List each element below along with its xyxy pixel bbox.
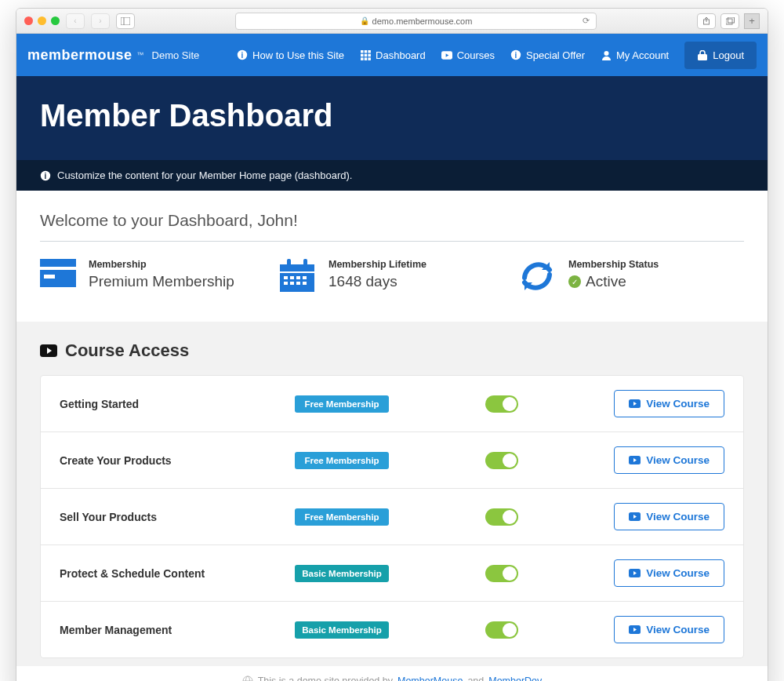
back-button[interactable]: ‹ — [66, 13, 85, 29]
info-icon: i — [237, 49, 248, 60]
address-bar[interactable]: 🔒 demo.membermouse.com ⟳ — [235, 13, 597, 30]
course-section-title: Course Access — [40, 340, 744, 361]
nav-special-offer-label: Special Offer — [526, 49, 585, 61]
info-banner-text: Customize the content for your Member Ho… — [57, 169, 352, 181]
nav-courses-label: Courses — [457, 49, 495, 61]
svg-rect-30 — [284, 276, 288, 279]
svg-rect-9 — [368, 50, 371, 53]
membership-tier-badge: Free Membership — [295, 508, 389, 526]
info-banner: i Customize the content for your Member … — [16, 160, 768, 191]
welcome-heading: Welcome to your Dashboard, John! — [40, 211, 744, 242]
tabs-button[interactable] — [720, 13, 739, 29]
stat-membership-value: Premium Membership — [89, 273, 234, 290]
nav-links: i How to Use this Site Dashboard Courses… — [237, 42, 757, 69]
url-text: demo.membermouse.com — [372, 16, 473, 26]
nav-my-account-label: My Account — [616, 49, 669, 61]
nav-dashboard[interactable]: Dashboard — [360, 49, 426, 61]
info-icon: i — [510, 49, 521, 60]
tm-mark: ™ — [137, 51, 144, 59]
svg-text:i: i — [515, 51, 517, 60]
window-controls — [24, 16, 60, 25]
zoom-window-icon[interactable] — [51, 16, 60, 25]
svg-rect-14 — [364, 57, 367, 60]
forward-button[interactable]: › — [91, 13, 110, 29]
nav-how-to[interactable]: i How to Use this Site — [237, 49, 344, 61]
video-icon — [629, 625, 641, 634]
close-window-icon[interactable] — [24, 16, 33, 25]
browser-window: ‹ › 🔒 demo.membermouse.com ⟳ + membermou… — [16, 8, 768, 681]
view-course-button[interactable]: View Course — [614, 559, 724, 587]
new-tab-button[interactable]: + — [744, 13, 760, 29]
stat-lifetime: Membership Lifetime 1648 days — [280, 259, 504, 293]
course-row: Getting StartedFree MembershipView Cours… — [41, 376, 743, 432]
course-row: Protect & Schedule ContentBasic Membersh… — [41, 545, 743, 602]
course-access-section: Course Access Getting StartedFree Member… — [16, 322, 768, 666]
access-toggle[interactable] — [485, 508, 518, 526]
card-icon — [40, 259, 76, 293]
access-toggle[interactable] — [485, 452, 518, 469]
page-title: Member Dashboard — [16, 76, 768, 160]
video-icon — [629, 569, 641, 577]
minimize-window-icon[interactable] — [38, 16, 46, 25]
svg-point-44 — [243, 676, 252, 681]
svg-rect-34 — [284, 282, 288, 285]
nav-how-to-label: How to Use this Site — [252, 49, 344, 61]
view-course-button[interactable]: View Course — [614, 503, 724, 530]
brand-logo-text: membermouse — [27, 47, 132, 64]
access-toggle[interactable] — [485, 621, 518, 639]
calendar-icon — [280, 259, 316, 293]
globe-icon — [242, 676, 253, 681]
svg-rect-13 — [361, 57, 364, 60]
access-toggle[interactable] — [485, 565, 518, 582]
svg-rect-0 — [121, 17, 130, 25]
info-icon: i — [40, 170, 51, 181]
lock-icon — [697, 49, 708, 60]
nav-my-account[interactable]: My Account — [601, 49, 669, 61]
view-course-button[interactable]: View Course — [614, 616, 724, 643]
access-toggle[interactable] — [485, 395, 518, 413]
stat-membership: Membership Premium Membership — [40, 259, 264, 293]
refresh-icon — [520, 259, 556, 293]
brand[interactable]: membermouse ™ Demo Site — [27, 47, 199, 64]
check-icon: ✓ — [568, 275, 581, 288]
svg-rect-31 — [290, 276, 294, 279]
share-button[interactable] — [697, 13, 716, 29]
svg-rect-32 — [296, 276, 300, 279]
video-icon — [441, 49, 452, 60]
svg-text:i: i — [241, 51, 244, 60]
logout-button[interactable]: Logout — [684, 42, 757, 69]
svg-rect-37 — [303, 282, 307, 285]
stat-lifetime-label: Membership Lifetime — [328, 259, 426, 270]
course-name: Protect & Schedule Content — [60, 567, 279, 580]
footer-link-memberdev[interactable]: MemberDev — [488, 676, 542, 681]
footer-mid: and — [467, 676, 484, 681]
course-row: Create Your ProductsFree MembershipView … — [41, 432, 743, 489]
svg-rect-12 — [368, 53, 371, 56]
stat-lifetime-value: 1648 days — [328, 273, 426, 290]
membership-tier-badge: Free Membership — [295, 452, 389, 469]
sidebar-toggle-button[interactable] — [116, 13, 135, 29]
logout-label: Logout — [713, 49, 744, 61]
svg-rect-20 — [698, 54, 707, 60]
reload-icon[interactable]: ⟳ — [583, 16, 590, 26]
footer-link-membermouse[interactable]: MemberMouse — [397, 676, 463, 681]
svg-rect-10 — [361, 53, 364, 56]
nav-special-offer[interactable]: i Special Offer — [510, 49, 585, 61]
svg-point-45 — [245, 676, 249, 681]
nav-dashboard-label: Dashboard — [376, 49, 426, 61]
browser-toolbar: ‹ › 🔒 demo.membermouse.com ⟳ + — [16, 9, 768, 34]
video-icon — [629, 512, 641, 521]
course-name: Member Management — [60, 624, 279, 636]
course-row: Member ManagementBasic MembershipView Co… — [41, 602, 743, 657]
view-course-button[interactable]: View Course — [614, 446, 724, 474]
svg-rect-15 — [368, 57, 371, 60]
view-course-button[interactable]: View Course — [614, 390, 724, 417]
course-row: Sell Your ProductsFree MembershipView Co… — [41, 489, 743, 545]
stats-row: Membership Premium Membership Membership… — [40, 259, 744, 293]
nav-courses[interactable]: Courses — [441, 49, 495, 61]
footer: This is a demo site provided by MemberMo… — [40, 666, 744, 681]
svg-rect-26 — [280, 264, 314, 271]
footer-prefix: This is a demo site provided by — [258, 676, 393, 681]
course-name: Sell Your Products — [60, 511, 279, 523]
page-content: membermouse ™ Demo Site i How to Use thi… — [16, 34, 768, 681]
